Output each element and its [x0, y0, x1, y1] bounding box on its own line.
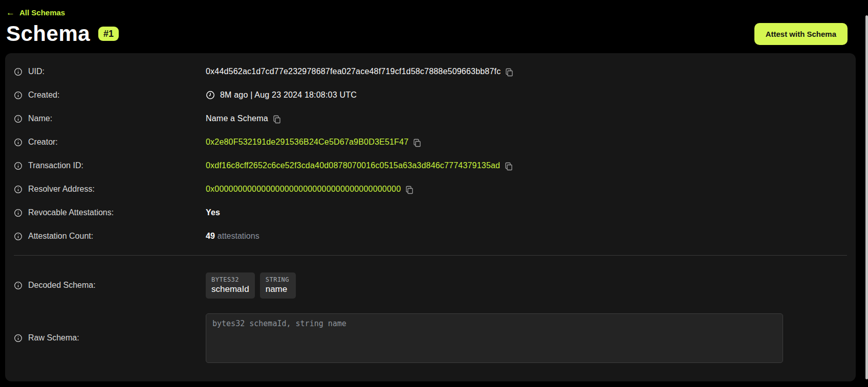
- back-link-label: All Schemas: [19, 8, 65, 17]
- attestation-count-row: Attestation Count: 49 attestations: [14, 224, 847, 248]
- attestations-link[interactable]: attestations: [218, 232, 259, 241]
- transaction-id-row: Transaction ID: 0xdf16c8cff2652c6ce52f3c…: [14, 154, 847, 177]
- revocable-value: Yes: [206, 208, 220, 217]
- transaction-id-label: Transaction ID:: [28, 161, 83, 170]
- decoded-schema-fields: BYTES32 schemaId STRING name: [206, 272, 296, 299]
- uid-row: UID: 0x44d562ac1d7cd77e232978687fea027ac…: [14, 60, 847, 83]
- created-value: 8M ago | Aug 23 2024 18:08:03 UTC: [220, 90, 357, 100]
- resolver-address-link[interactable]: 0x00000000000000000000000000000000000000…: [206, 185, 401, 194]
- scrollbar[interactable]: [865, 0, 868, 387]
- field-name: schemaId: [211, 284, 249, 294]
- resolver-address-label: Resolver Address:: [28, 185, 95, 194]
- field-type: BYTES32: [211, 276, 249, 283]
- name-value: Name a Schema: [206, 114, 268, 123]
- back-to-all-schemas-link[interactable]: ← All Schemas: [6, 8, 65, 17]
- schema-field-badge: BYTES32 schemaId: [206, 272, 255, 299]
- copy-icon[interactable]: [505, 162, 513, 171]
- field-type: STRING: [266, 276, 290, 283]
- creator-address-link[interactable]: 0x2e80F532191de291536B24Ce5D67a9B0D3E51F…: [206, 138, 408, 147]
- back-arrow-icon: ←: [6, 8, 15, 17]
- raw-schema-row: Raw Schema: bytes32 schemaId, string nam…: [14, 308, 847, 368]
- field-name: name: [266, 284, 290, 294]
- page-header: ← All Schemas Schema #1 Attest with Sche…: [0, 0, 868, 46]
- attestation-count-value: 49: [206, 232, 215, 241]
- scrollbar-thumb[interactable]: [865, 15, 868, 379]
- creator-label: Creator:: [28, 138, 58, 147]
- info-icon[interactable]: [14, 185, 23, 194]
- creator-row: Creator: 0x2e80F532191de291536B24Ce5D67a…: [14, 130, 847, 154]
- attest-with-schema-button[interactable]: Attest with Schema: [754, 23, 848, 45]
- name-row: Name: Name a Schema: [14, 107, 847, 130]
- clock-icon: [206, 90, 215, 100]
- uid-value: 0x44d562ac1d7cd77e232978687fea027ace48f7…: [206, 67, 501, 76]
- section-divider: [14, 255, 847, 256]
- transaction-id-link[interactable]: 0xdf16c8cff2652c6ce52f3cda40d0878070016c…: [206, 161, 500, 170]
- info-icon[interactable]: [14, 138, 23, 147]
- info-icon[interactable]: [14, 281, 23, 290]
- info-icon[interactable]: [14, 334, 23, 343]
- raw-schema-label: Raw Schema:: [28, 333, 79, 343]
- name-label: Name:: [28, 114, 52, 123]
- raw-schema-textarea[interactable]: bytes32 schemaId, string name: [206, 313, 783, 363]
- info-icon[interactable]: [14, 209, 23, 217]
- page-title: Schema: [6, 21, 90, 46]
- created-row: Created: 8M ago | Aug 23 2024 18:08:03 U…: [14, 83, 847, 107]
- resolver-address-row: Resolver Address: 0x00000000000000000000…: [14, 177, 847, 201]
- info-icon[interactable]: [14, 162, 23, 170]
- attestation-count-label: Attestation Count:: [28, 232, 93, 241]
- schema-number-badge: #1: [98, 27, 119, 41]
- info-icon[interactable]: [14, 232, 23, 241]
- info-icon[interactable]: [14, 67, 23, 76]
- decoded-schema-row: Decoded Schema: BYTES32 schemaId STRING …: [14, 263, 847, 308]
- revocable-attestations-label: Revocable Attestations:: [28, 208, 114, 217]
- decoded-schema-label: Decoded Schema:: [28, 281, 96, 290]
- copy-icon[interactable]: [413, 139, 421, 147]
- copy-icon[interactable]: [273, 115, 281, 124]
- info-icon[interactable]: [14, 91, 23, 100]
- info-icon[interactable]: [14, 115, 23, 123]
- copy-icon[interactable]: [405, 186, 414, 194]
- schema-field-badge: STRING name: [260, 272, 296, 299]
- created-label: Created:: [28, 90, 59, 100]
- copy-icon[interactable]: [505, 68, 513, 77]
- uid-label: UID:: [28, 67, 45, 76]
- schema-details-card: UID: 0x44d562ac1d7cd77e232978687fea027ac…: [5, 53, 856, 381]
- revocable-attestations-row: Revocable Attestations: Yes: [14, 201, 847, 224]
